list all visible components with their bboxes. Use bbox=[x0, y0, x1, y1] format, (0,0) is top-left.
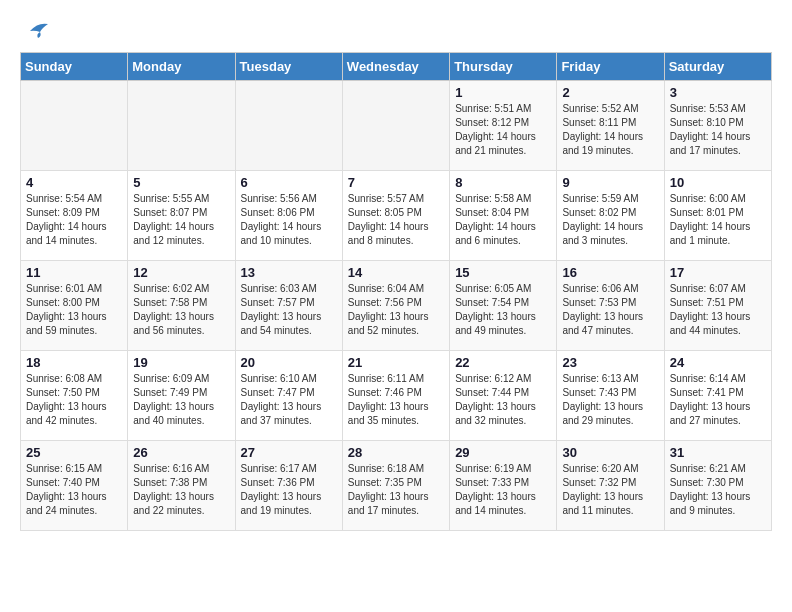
day-info: Sunrise: 6:09 AM Sunset: 7:49 PM Dayligh… bbox=[133, 372, 229, 428]
calendar-cell bbox=[21, 81, 128, 171]
day-number: 3 bbox=[670, 85, 766, 100]
day-info: Sunrise: 5:59 AM Sunset: 8:02 PM Dayligh… bbox=[562, 192, 658, 248]
calendar-cell: 19Sunrise: 6:09 AM Sunset: 7:49 PM Dayli… bbox=[128, 351, 235, 441]
day-number: 21 bbox=[348, 355, 444, 370]
calendar-cell: 25Sunrise: 6:15 AM Sunset: 7:40 PM Dayli… bbox=[21, 441, 128, 531]
weekday-header-monday: Monday bbox=[128, 53, 235, 81]
calendar-cell: 17Sunrise: 6:07 AM Sunset: 7:51 PM Dayli… bbox=[664, 261, 771, 351]
day-info: Sunrise: 6:08 AM Sunset: 7:50 PM Dayligh… bbox=[26, 372, 122, 428]
day-info: Sunrise: 5:54 AM Sunset: 8:09 PM Dayligh… bbox=[26, 192, 122, 248]
calendar-cell: 13Sunrise: 6:03 AM Sunset: 7:57 PM Dayli… bbox=[235, 261, 342, 351]
day-info: Sunrise: 6:18 AM Sunset: 7:35 PM Dayligh… bbox=[348, 462, 444, 518]
weekday-header-tuesday: Tuesday bbox=[235, 53, 342, 81]
day-number: 19 bbox=[133, 355, 229, 370]
day-number: 9 bbox=[562, 175, 658, 190]
calendar-cell: 27Sunrise: 6:17 AM Sunset: 7:36 PM Dayli… bbox=[235, 441, 342, 531]
day-number: 5 bbox=[133, 175, 229, 190]
day-number: 24 bbox=[670, 355, 766, 370]
calendar-cell bbox=[128, 81, 235, 171]
calendar-week-row: 25Sunrise: 6:15 AM Sunset: 7:40 PM Dayli… bbox=[21, 441, 772, 531]
day-number: 29 bbox=[455, 445, 551, 460]
day-info: Sunrise: 6:10 AM Sunset: 7:47 PM Dayligh… bbox=[241, 372, 337, 428]
logo-bird-icon bbox=[20, 20, 52, 42]
day-info: Sunrise: 6:16 AM Sunset: 7:38 PM Dayligh… bbox=[133, 462, 229, 518]
day-number: 30 bbox=[562, 445, 658, 460]
day-number: 18 bbox=[26, 355, 122, 370]
calendar-cell: 3Sunrise: 5:53 AM Sunset: 8:10 PM Daylig… bbox=[664, 81, 771, 171]
day-number: 15 bbox=[455, 265, 551, 280]
day-info: Sunrise: 6:00 AM Sunset: 8:01 PM Dayligh… bbox=[670, 192, 766, 248]
day-info: Sunrise: 6:20 AM Sunset: 7:32 PM Dayligh… bbox=[562, 462, 658, 518]
calendar-header-row: SundayMondayTuesdayWednesdayThursdayFrid… bbox=[21, 53, 772, 81]
day-info: Sunrise: 6:01 AM Sunset: 8:00 PM Dayligh… bbox=[26, 282, 122, 338]
calendar-cell: 31Sunrise: 6:21 AM Sunset: 7:30 PM Dayli… bbox=[664, 441, 771, 531]
weekday-header-wednesday: Wednesday bbox=[342, 53, 449, 81]
calendar-cell: 22Sunrise: 6:12 AM Sunset: 7:44 PM Dayli… bbox=[450, 351, 557, 441]
day-number: 8 bbox=[455, 175, 551, 190]
day-number: 20 bbox=[241, 355, 337, 370]
calendar-cell: 14Sunrise: 6:04 AM Sunset: 7:56 PM Dayli… bbox=[342, 261, 449, 351]
day-info: Sunrise: 6:21 AM Sunset: 7:30 PM Dayligh… bbox=[670, 462, 766, 518]
page-header bbox=[20, 20, 772, 42]
calendar-cell: 16Sunrise: 6:06 AM Sunset: 7:53 PM Dayli… bbox=[557, 261, 664, 351]
calendar-cell: 24Sunrise: 6:14 AM Sunset: 7:41 PM Dayli… bbox=[664, 351, 771, 441]
day-number: 26 bbox=[133, 445, 229, 460]
day-number: 14 bbox=[348, 265, 444, 280]
day-number: 16 bbox=[562, 265, 658, 280]
day-number: 27 bbox=[241, 445, 337, 460]
calendar-cell bbox=[342, 81, 449, 171]
day-info: Sunrise: 6:11 AM Sunset: 7:46 PM Dayligh… bbox=[348, 372, 444, 428]
calendar-cell: 29Sunrise: 6:19 AM Sunset: 7:33 PM Dayli… bbox=[450, 441, 557, 531]
calendar-cell: 11Sunrise: 6:01 AM Sunset: 8:00 PM Dayli… bbox=[21, 261, 128, 351]
weekday-header-friday: Friday bbox=[557, 53, 664, 81]
day-info: Sunrise: 6:17 AM Sunset: 7:36 PM Dayligh… bbox=[241, 462, 337, 518]
day-info: Sunrise: 5:52 AM Sunset: 8:11 PM Dayligh… bbox=[562, 102, 658, 158]
day-info: Sunrise: 5:53 AM Sunset: 8:10 PM Dayligh… bbox=[670, 102, 766, 158]
day-number: 25 bbox=[26, 445, 122, 460]
calendar-cell: 6Sunrise: 5:56 AM Sunset: 8:06 PM Daylig… bbox=[235, 171, 342, 261]
day-number: 7 bbox=[348, 175, 444, 190]
day-info: Sunrise: 6:07 AM Sunset: 7:51 PM Dayligh… bbox=[670, 282, 766, 338]
weekday-header-saturday: Saturday bbox=[664, 53, 771, 81]
day-number: 23 bbox=[562, 355, 658, 370]
calendar-cell: 30Sunrise: 6:20 AM Sunset: 7:32 PM Dayli… bbox=[557, 441, 664, 531]
day-number: 28 bbox=[348, 445, 444, 460]
weekday-header-sunday: Sunday bbox=[21, 53, 128, 81]
calendar-cell bbox=[235, 81, 342, 171]
day-number: 10 bbox=[670, 175, 766, 190]
calendar-cell: 10Sunrise: 6:00 AM Sunset: 8:01 PM Dayli… bbox=[664, 171, 771, 261]
day-info: Sunrise: 6:06 AM Sunset: 7:53 PM Dayligh… bbox=[562, 282, 658, 338]
day-info: Sunrise: 6:15 AM Sunset: 7:40 PM Dayligh… bbox=[26, 462, 122, 518]
calendar-cell: 1Sunrise: 5:51 AM Sunset: 8:12 PM Daylig… bbox=[450, 81, 557, 171]
day-info: Sunrise: 6:14 AM Sunset: 7:41 PM Dayligh… bbox=[670, 372, 766, 428]
calendar-cell: 28Sunrise: 6:18 AM Sunset: 7:35 PM Dayli… bbox=[342, 441, 449, 531]
day-info: Sunrise: 6:03 AM Sunset: 7:57 PM Dayligh… bbox=[241, 282, 337, 338]
day-info: Sunrise: 6:19 AM Sunset: 7:33 PM Dayligh… bbox=[455, 462, 551, 518]
day-number: 31 bbox=[670, 445, 766, 460]
day-number: 2 bbox=[562, 85, 658, 100]
day-number: 17 bbox=[670, 265, 766, 280]
day-number: 1 bbox=[455, 85, 551, 100]
calendar-cell: 26Sunrise: 6:16 AM Sunset: 7:38 PM Dayli… bbox=[128, 441, 235, 531]
calendar-cell: 5Sunrise: 5:55 AM Sunset: 8:07 PM Daylig… bbox=[128, 171, 235, 261]
calendar-cell: 2Sunrise: 5:52 AM Sunset: 8:11 PM Daylig… bbox=[557, 81, 664, 171]
day-info: Sunrise: 5:57 AM Sunset: 8:05 PM Dayligh… bbox=[348, 192, 444, 248]
day-info: Sunrise: 5:55 AM Sunset: 8:07 PM Dayligh… bbox=[133, 192, 229, 248]
calendar-week-row: 1Sunrise: 5:51 AM Sunset: 8:12 PM Daylig… bbox=[21, 81, 772, 171]
calendar-cell: 7Sunrise: 5:57 AM Sunset: 8:05 PM Daylig… bbox=[342, 171, 449, 261]
day-info: Sunrise: 6:04 AM Sunset: 7:56 PM Dayligh… bbox=[348, 282, 444, 338]
calendar-cell: 4Sunrise: 5:54 AM Sunset: 8:09 PM Daylig… bbox=[21, 171, 128, 261]
calendar-table: SundayMondayTuesdayWednesdayThursdayFrid… bbox=[20, 52, 772, 531]
day-info: Sunrise: 6:12 AM Sunset: 7:44 PM Dayligh… bbox=[455, 372, 551, 428]
calendar-week-row: 4Sunrise: 5:54 AM Sunset: 8:09 PM Daylig… bbox=[21, 171, 772, 261]
day-info: Sunrise: 6:13 AM Sunset: 7:43 PM Dayligh… bbox=[562, 372, 658, 428]
calendar-cell: 15Sunrise: 6:05 AM Sunset: 7:54 PM Dayli… bbox=[450, 261, 557, 351]
calendar-cell: 9Sunrise: 5:59 AM Sunset: 8:02 PM Daylig… bbox=[557, 171, 664, 261]
calendar-week-row: 11Sunrise: 6:01 AM Sunset: 8:00 PM Dayli… bbox=[21, 261, 772, 351]
day-number: 12 bbox=[133, 265, 229, 280]
day-info: Sunrise: 6:02 AM Sunset: 7:58 PM Dayligh… bbox=[133, 282, 229, 338]
day-number: 11 bbox=[26, 265, 122, 280]
calendar-cell: 18Sunrise: 6:08 AM Sunset: 7:50 PM Dayli… bbox=[21, 351, 128, 441]
calendar-cell: 12Sunrise: 6:02 AM Sunset: 7:58 PM Dayli… bbox=[128, 261, 235, 351]
day-number: 4 bbox=[26, 175, 122, 190]
